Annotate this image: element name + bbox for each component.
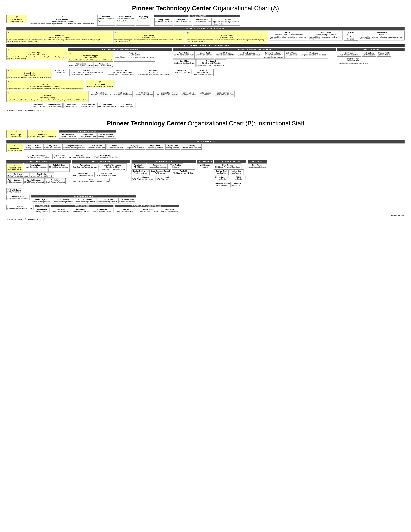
- person-title: Firefighter/EMT Instructor: [126, 147, 144, 149]
- person-name: Chuck Rector: [88, 145, 105, 147]
- person-resp: Responsibilities: IPEDS, ODCTE State Rep…: [7, 76, 51, 78]
- finance-row: ⚑ Stacey Rush Finance Director Responsib…: [6, 69, 405, 79]
- nolan-overman-b-box: Nolan Overman Culinary Services Cook: [97, 133, 116, 139]
- person-resp: Responsibilities: B&I Breakfast: [263, 56, 283, 58]
- person-title: Instructional Director: [7, 169, 22, 171]
- person-name: Alisa McCleary: [54, 199, 73, 201]
- person-title: Career Guidance Facilitator: [116, 211, 135, 213]
- ian-freeman-box: Ian Freeman Apprenticeship Training Coor…: [212, 18, 240, 26]
- person-name: Amanda Perez: [108, 69, 135, 71]
- chart-b-title: Pioneer Technology Center Organizational…: [6, 120, 405, 127]
- dwayne-bass-a-box: Dwayne Bass Culinary Services Cook: [174, 18, 192, 26]
- sylvia-urioste-box: Sylvia Urioste BIS Coordinator: [284, 51, 299, 59]
- person-resp: Systems: [137, 20, 149, 22]
- person-name: Braden Fields: [378, 52, 390, 54]
- person-title: T&I Teaching Asst. PT Bus Driver: [95, 156, 119, 159]
- person-name: Kendra Knight: [7, 167, 22, 169]
- person-title: Instructional Director: [114, 37, 184, 39]
- admin-legend-label-b: Administrative Team: [28, 218, 44, 220]
- person-name: Tom Burg: [182, 145, 201, 147]
- person-title: Evening Custodian: [32, 105, 45, 107]
- person-name: Mandy Farmer: [155, 19, 172, 21]
- robbin-seymour-box: Robbin Seymour Practical Nursing Instruc…: [31, 198, 52, 204]
- person-name: Jason Kubik: [91, 92, 111, 94]
- wendy-burg-box: Wendy Burg New Beginning Training Naviga…: [72, 163, 98, 171]
- person-name: Markesha Duggan: [69, 55, 112, 57]
- person-title: Kitchen Assistant: [215, 184, 230, 187]
- person-name: Mandy Farmer: [60, 134, 76, 136]
- childrens-lab-section: CHILDREN'S LAB & PS Kylia Carlson Child …: [214, 161, 246, 187]
- bis-band: BUSINESS & INDUSTRY SERVICES (BIS): [173, 48, 336, 51]
- legend-a: ⚑ Executive Team ⚑ Administrative Team: [6, 109, 405, 112]
- gary-vap-box: Gary Vap Firefighter/EMT Instructor: [125, 144, 145, 150]
- person-name: Fae Rabb: [173, 170, 194, 172]
- person-name: Janet Schwabe: [216, 52, 235, 54]
- person-title: Health Teaching Assistant: [46, 181, 65, 183]
- facilities-row: ⚑ Mike Orr Plant/Facilities Manager Addi…: [6, 91, 405, 102]
- person-resp: Responsibilities: Co-Compliance Officer: [100, 169, 126, 170]
- person-title: Child Lab & Pre-school Coordinator: [215, 166, 240, 168]
- exec-legend-label-b: Executive Team: [9, 218, 22, 220]
- person-name: Molly Kyler: [7, 52, 66, 54]
- john-maupin-box: John Maupin Custodian: [198, 91, 213, 97]
- jennifer-wehrenberg-box: Jennifer Wehrenberg Compliance Officer R…: [99, 163, 127, 171]
- person-name: Karl Lynes: [7, 173, 28, 175]
- zac-ladner-box: Zac Ladner Information Tech Instructor: [147, 163, 168, 169]
- person-title: Custodian/Inventory Clerk: [215, 94, 234, 96]
- kahle-goff-box: ⚑ Kahle Goff Executive Director FT Progr…: [6, 31, 112, 43]
- exec-legend: ⚑ Executive Team: [6, 109, 22, 112]
- person-title: Lab Teacher: [215, 172, 228, 174]
- person-resp: Responsibilities: Site Audits for AT&D P…: [69, 59, 112, 61]
- michelle-tripp-a-box: Michelle Tripp Practical Nursing Coordin…: [308, 31, 343, 40]
- person-name: James Kelly: [32, 103, 45, 105]
- person-name: Johnny Thornburgh: [263, 52, 283, 54]
- person-title: BIS Admin Asst./ Registrar: [197, 62, 225, 64]
- person-name: Lori Copeland: [65, 103, 78, 105]
- person-title: Network Administrator: [98, 18, 114, 20]
- kari-officer-box: Kari Officer Cosmetology Teaching Assist…: [68, 154, 93, 159]
- person-name: Scott Overman: [117, 16, 134, 18]
- person-name: Clay Massey: [119, 103, 135, 105]
- brett-haas-box: Brett Haas Automotive Instructor: [107, 144, 124, 150]
- person-title: Part Time Grounds Clerk: [98, 105, 116, 107]
- person-name: Zac Ladner: [148, 164, 167, 166]
- kayla-randol-box: Kayla Randol Cosmetology Instructor: [146, 144, 164, 150]
- random-massey-box: Random Massey Fleet Maintenance/ Bus Dri…: [155, 91, 178, 97]
- melinda-phillips-box: Melinda Phillips T&I Teaching Asst. PT B…: [26, 154, 51, 159]
- childrens-lab-people: Kylia Carlson Child Lab & Pre-school Coo…: [214, 163, 246, 187]
- person-title: AT&D Health Program Facilitator: [69, 65, 93, 67]
- person-title: T&I Teaching Asst: [53, 156, 66, 159]
- person-name: Traci Thorpe: [7, 19, 27, 21]
- dolor-assidio-box: Dolor Assidio AT&D Evening Secretary: [94, 62, 114, 68]
- culinary-header: CULINARY SERVICES: [154, 15, 240, 17]
- person-title: Practical Nursing Coordinator: [309, 34, 342, 36]
- person-name: Keith Burge: [114, 92, 132, 94]
- person-name: Jayme Evans: [138, 209, 158, 210]
- person-title: Counselor/Student Services Coordinator: [270, 34, 306, 36]
- person-title: Superintendent/CEO: [7, 21, 27, 23]
- person-name: Ashley Eddinger: [7, 179, 22, 181]
- person-name: Cody Tabor: [44, 145, 61, 147]
- james-kelly-box: James Kelly Evening Custodian: [31, 103, 46, 108]
- person-title: WRO Manager: [151, 172, 170, 174]
- person-name: Carl Storm: [338, 52, 360, 54]
- person-title: Instructional Director: [7, 150, 22, 152]
- person-title: Part-Time Administrator: [117, 18, 134, 20]
- person-title: Practical Nursing Coordinator: [7, 198, 28, 200]
- admin-flag-legend: ⚑: [25, 109, 27, 112]
- karen-ware-box: Karen Ware Administrative Assistant: [160, 208, 179, 213]
- person-resp: Responsibilities: PN Accreditation, Cert…: [309, 36, 342, 40]
- person-name: Lori Evans: [270, 32, 306, 34]
- person-title: Culinary Arts Instructor: [25, 147, 41, 149]
- person-resp: Responsibilities: Gold Star School, Stak…: [7, 88, 83, 90]
- tucker-hodgson-a-box: Tucker Hodgson BPOC Coordinator: [344, 31, 358, 41]
- tessa-cramer-box: Tessa Cramer Practical Nursing Instructo…: [97, 198, 118, 204]
- darlene-anderson-box: Darlene Anderson Evening Custodian: [80, 103, 96, 108]
- person-title: Evening Custodian: [65, 105, 78, 107]
- person-name: Melinda Phillips: [27, 154, 50, 156]
- person-name: Carol Lynes: [92, 209, 112, 210]
- cheyanne-herring-box: Cheyanne Herring Kitchen Assistant: [214, 182, 231, 187]
- person-name: Dale Evans: [98, 103, 116, 105]
- admin-flag: ⚑: [114, 32, 116, 34]
- chelsea-todd-box: Chelsea Todd Lab Teacher - PT: [231, 182, 246, 187]
